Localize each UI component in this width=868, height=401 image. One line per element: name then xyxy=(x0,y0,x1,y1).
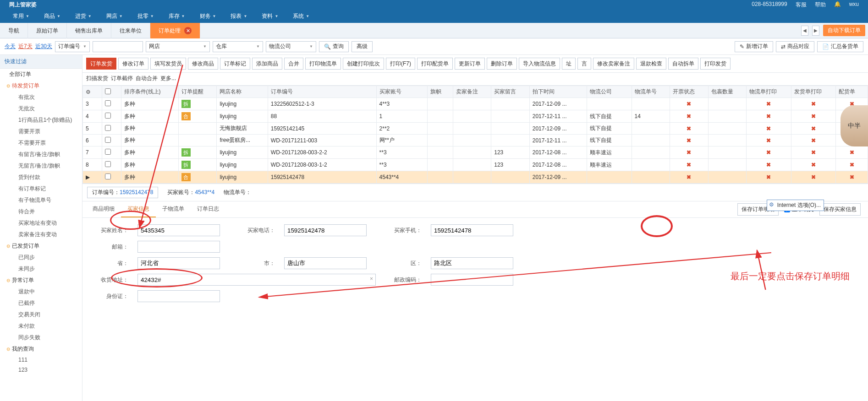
select-all-checkbox[interactable] xyxy=(105,88,111,94)
tab-订单处理[interactable]: 订单处理✕ xyxy=(150,23,200,38)
sidebar-item[interactable]: 同步失败 xyxy=(0,332,82,343)
col-header[interactable]: 买家留言 xyxy=(491,86,530,98)
subtab-买家信息[interactable]: 买家信息 xyxy=(121,201,156,217)
address-input[interactable] xyxy=(137,274,376,286)
toolbar-扫描发货[interactable]: 扫描发货 xyxy=(86,75,108,82)
nav-财务[interactable]: 财务▼ xyxy=(192,9,224,23)
sidebar-item[interactable]: 未同步 xyxy=(0,263,82,275)
row-checkbox[interactable] xyxy=(105,161,111,167)
toolbar-自动合并[interactable]: 自动合并 xyxy=(136,75,158,82)
table-row[interactable]: 4多种合liyujing8812017-12-11 ...线下自提14✖✖✖✖ xyxy=(83,110,868,123)
zip-input[interactable] xyxy=(431,274,513,286)
sidebar-group[interactable]: ⊖已发货订单 xyxy=(0,240,82,252)
sidebar-item[interactable]: 无留言/备注/旗帜 xyxy=(0,160,82,172)
gear-icon[interactable]: ⚙ xyxy=(86,89,91,95)
toolbar-打印发货[interactable]: 打印发货 xyxy=(700,58,731,70)
table-row[interactable]: 5多种无悔旗舰店159251421452**22017-12-09 ...线下自… xyxy=(83,123,868,135)
toolbar-址[interactable]: 址 xyxy=(562,58,576,70)
buyer-email-input[interactable] xyxy=(137,241,220,253)
close-icon[interactable]: ✕ xyxy=(184,27,192,34)
col-header[interactable]: 网店名称 xyxy=(217,86,268,98)
subtab-订单日志[interactable]: 订单日志 xyxy=(191,201,225,217)
table-row[interactable]: ▶多种合liyujing159251424784543**42017-12-09… xyxy=(83,171,868,184)
toolbar-修改卖家备注[interactable]: 修改卖家备注 xyxy=(593,58,634,70)
orderno-type-select[interactable]: 订单编号▼ xyxy=(55,41,90,52)
toolbar-修改商品[interactable]: 修改商品 xyxy=(188,58,218,70)
toolbar-订单发货[interactable]: 订单发货 xyxy=(86,58,116,70)
sidebar-item[interactable]: 已截停 xyxy=(0,298,82,309)
sidebar-item[interactable]: 有批次 xyxy=(0,92,82,103)
ie-options-popup[interactable]: Internet 选项(O)... xyxy=(767,200,824,211)
nav-商品[interactable]: 商品▼ xyxy=(37,9,68,23)
toolbar-自动拆单[interactable]: 自动拆单 xyxy=(668,58,698,70)
table-row[interactable]: 3多种拆liyujing13225602512-1-34**32017-12-0… xyxy=(83,98,868,110)
col-header[interactable]: 买家账号 xyxy=(376,86,427,98)
toolbar-更新订单[interactable]: 更新订单 xyxy=(455,58,485,70)
city-select[interactable] xyxy=(284,257,367,269)
assistant-avatar[interactable]: 中半 xyxy=(841,105,868,146)
buyer-name-input[interactable] xyxy=(137,224,220,236)
nav-报表[interactable]: 报表▼ xyxy=(223,9,254,23)
subtab-商品明细[interactable]: 商品明细 xyxy=(86,201,121,217)
sidebar-item[interactable]: 货到付款 xyxy=(0,172,82,183)
nav-常用[interactable]: 常用▼ xyxy=(5,9,37,23)
sidebar-item[interactable]: 123 xyxy=(0,365,82,375)
buyer-tel-input[interactable] xyxy=(284,224,367,236)
sidebar-item[interactable]: 111 xyxy=(0,355,82,365)
nav-库存[interactable]: 库存▼ xyxy=(161,9,192,23)
bell-icon[interactable]: 🔔 xyxy=(834,1,841,9)
product-mapping-button[interactable]: ⇄商品对应 xyxy=(776,41,814,52)
col-header[interactable]: 物流公司 xyxy=(587,86,632,98)
toolbar-订单截停[interactable]: 订单截停 xyxy=(111,75,133,82)
toolbar-修改订单[interactable]: 修改订单 xyxy=(118,58,148,70)
col-header[interactable]: 旗帜 xyxy=(427,86,453,98)
province-select[interactable] xyxy=(137,257,220,269)
row-checkbox[interactable] xyxy=(105,137,111,143)
tab-prev[interactable]: ◀ xyxy=(801,26,808,36)
save-buyer-info-button[interactable]: 保存买家信息 xyxy=(819,203,861,216)
col-header[interactable] xyxy=(102,86,121,98)
col-header[interactable]: 包裹数量 xyxy=(708,86,747,98)
nav-批零[interactable]: 批零▼ xyxy=(130,9,161,23)
nav-进货[interactable]: 进货▼ xyxy=(68,9,99,23)
filter-7d[interactable]: 近7天 xyxy=(18,43,33,50)
sidebar-item[interactable]: 已同步 xyxy=(0,252,82,263)
tab-往来单位[interactable]: 往来单位 xyxy=(111,23,150,38)
sidebar-item[interactable]: 有留言/备注/旗帜 xyxy=(0,149,82,160)
toolbar-打印物流单[interactable]: 打印物流单 xyxy=(305,58,341,70)
filter-30d[interactable]: 近30天 xyxy=(35,43,52,50)
row-checkbox[interactable] xyxy=(105,173,111,179)
sidebar-item[interactable]: 待合并 xyxy=(0,206,82,217)
col-header[interactable]: 配货单 xyxy=(836,86,868,98)
subtab-子物流单[interactable]: 子物流单 xyxy=(156,201,191,217)
logistics-select[interactable]: 物流公司▼ xyxy=(266,41,316,52)
toolbar-订单标记[interactable]: 订单标记 xyxy=(220,58,250,70)
sidebar-item[interactable]: 全部订单 xyxy=(0,69,82,80)
toolbar-添加商品[interactable]: 添加商品 xyxy=(252,58,282,70)
col-header[interactable]: 拍下时间 xyxy=(529,86,587,98)
warehouse-select[interactable]: 仓库▼ xyxy=(213,41,263,52)
sidebar-group[interactable]: ⊖我的查询 xyxy=(0,343,82,355)
table-row[interactable]: 7多种拆liyujingWD-20171208-003-2-2**3123201… xyxy=(83,146,868,159)
summary-stock-button[interactable]: 📄汇总备货单 xyxy=(817,41,863,52)
tab-导航[interactable]: 导航 xyxy=(0,23,28,38)
toolbar-言[interactable]: 言 xyxy=(577,58,591,70)
toolbar-更多...[interactable]: 更多... xyxy=(160,75,176,82)
sidebar-item[interactable]: 退款中 xyxy=(0,286,82,298)
top-svc[interactable]: 客服 xyxy=(796,1,807,9)
toolbar-填写发货员[interactable]: 填写发货员 xyxy=(150,58,186,70)
nav-系统[interactable]: 系统▼ xyxy=(286,9,317,23)
toolbar-导入物流信息[interactable]: 导入物流信息 xyxy=(519,58,560,70)
toolbar-打印配货单[interactable]: 打印配货单 xyxy=(417,58,453,70)
tab-原始订单[interactable]: 原始订单 xyxy=(28,23,67,38)
col-header[interactable]: 订单编号 xyxy=(268,86,376,98)
toolbar-退款检查[interactable]: 退款检查 xyxy=(636,58,666,70)
table-row[interactable]: 8多种拆liyujingWD-20171208-003-1-2**3123201… xyxy=(83,159,868,171)
query-button[interactable]: 🔍查询 xyxy=(319,41,349,52)
auto-download-button[interactable]: 自动下载订单 xyxy=(823,25,865,36)
col-header[interactable]: 排序条件(线上) xyxy=(121,86,178,98)
sidebar-item[interactable]: 买家地址有变动 xyxy=(0,217,82,229)
nav-网店[interactable]: 网店▼ xyxy=(99,9,130,23)
col-header[interactable]: ⚙ xyxy=(83,86,102,98)
sidebar-item[interactable]: 有订单标记 xyxy=(0,183,82,195)
